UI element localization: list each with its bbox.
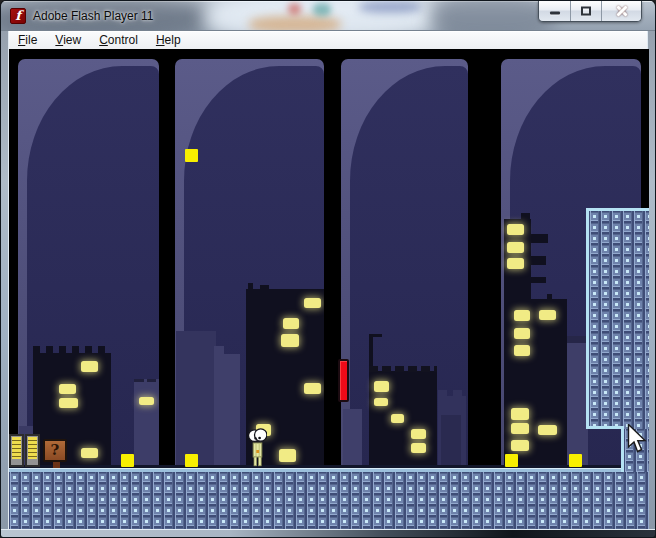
building-roof-dashes: [33, 346, 111, 354]
cabinet: [25, 434, 40, 467]
tiled-structure-edge: [586, 426, 624, 429]
title-bar[interactable]: f Adobe Flash Player 11: [1, 1, 655, 31]
minimize-button[interactable]: [539, 1, 570, 21]
building-detail: [369, 334, 382, 337]
cabinet-slats: [12, 437, 21, 459]
yellow-collectible: [185, 454, 198, 467]
red-block: [338, 359, 349, 402]
lit-window: [374, 381, 389, 392]
menu-item-file[interactable]: File: [9, 33, 46, 47]
menu-item-help[interactable]: Help: [147, 33, 190, 47]
background-building-detail: [567, 336, 588, 343]
yellow-collectible: [505, 454, 518, 467]
lit-window: [81, 448, 98, 458]
lit-window: [59, 384, 76, 394]
lit-window: [411, 443, 426, 453]
window-frame-bottom: [1, 529, 656, 537]
lit-window: [514, 328, 530, 339]
building-detail: [529, 234, 548, 243]
lit-window: [411, 429, 426, 439]
background-building: [567, 336, 588, 465]
lit-window: [283, 318, 299, 329]
character-sprite: [248, 427, 267, 467]
yellow-collectible: [569, 454, 582, 467]
yellow-collectible: [121, 454, 134, 467]
lit-window: [514, 310, 530, 321]
background-building-detail: [453, 390, 462, 396]
mouse-cursor: [627, 424, 647, 454]
building-detail: [521, 213, 530, 219]
background-building-detail: [147, 379, 156, 382]
menu-bar: FileViewControlHelp: [9, 31, 647, 49]
building-detail: [248, 283, 253, 289]
window-mullion: [324, 49, 341, 465]
lit-window: [539, 310, 556, 320]
lit-window: [304, 383, 321, 394]
menu-item-view[interactable]: View: [46, 33, 90, 47]
background-building: [176, 331, 216, 465]
flash-player-icon: f: [10, 8, 26, 24]
building-detail: [260, 285, 269, 289]
maximize-icon: [581, 7, 591, 16]
cabinet-slats: [28, 437, 37, 459]
game-scene[interactable]: ?: [9, 49, 649, 531]
window-mullion: [468, 49, 501, 465]
background-building: [343, 409, 362, 465]
titlebar-glass-smudge: [249, 16, 341, 31]
background-building-detail: [438, 390, 447, 396]
lit-window: [511, 423, 529, 434]
lit-window: [279, 449, 296, 462]
lit-window: [538, 425, 557, 435]
lit-window: [507, 242, 524, 253]
titlebar-glass-smudge: [288, 3, 301, 15]
lit-window: [514, 345, 530, 356]
lit-window: [511, 408, 529, 420]
cabinet: [9, 434, 24, 467]
flash-player-window: f Adobe Flash Player 11 FileViewControlH…: [0, 0, 656, 538]
minimize-icon: [550, 11, 560, 14]
tiled-structure-upper: [586, 208, 649, 429]
building-detail: [529, 256, 546, 265]
background-building-detail: [441, 415, 461, 465]
lit-window: [391, 414, 404, 423]
window-frame-left: [1, 31, 9, 531]
menu-item-control[interactable]: Control: [90, 33, 147, 47]
window-controls: [538, 1, 642, 22]
window-title: Adobe Flash Player 11: [33, 9, 154, 23]
sign-post: [53, 462, 60, 468]
window-mullion: [159, 49, 175, 465]
background-building: [134, 379, 159, 465]
titlebar-glass-smudge: [429, 1, 554, 31]
lit-window: [304, 298, 321, 308]
close-icon: [602, 1, 641, 21]
lit-window: [139, 397, 154, 405]
titlebar-glass-smudge: [313, 3, 331, 16]
lit-window: [507, 224, 524, 235]
lit-window: [59, 398, 78, 408]
lit-window: [374, 398, 388, 406]
maximize-button[interactable]: [570, 1, 601, 21]
lit-window: [81, 361, 98, 372]
background-building-detail: [134, 379, 144, 382]
building-detail: [547, 294, 552, 299]
lit-window: [507, 258, 524, 269]
floor-tiles: [9, 472, 649, 531]
lit-window: [511, 440, 529, 451]
titlebar-glass-smudge: [359, 1, 421, 13]
close-button[interactable]: [601, 1, 641, 21]
yellow-collectible: [185, 149, 198, 162]
building-roof-dashes: [369, 366, 437, 372]
background-building: [222, 354, 240, 465]
lit-window: [281, 334, 299, 347]
question-sign: ?: [43, 439, 67, 462]
building-detail: [529, 277, 546, 283]
floor: [9, 465, 649, 531]
